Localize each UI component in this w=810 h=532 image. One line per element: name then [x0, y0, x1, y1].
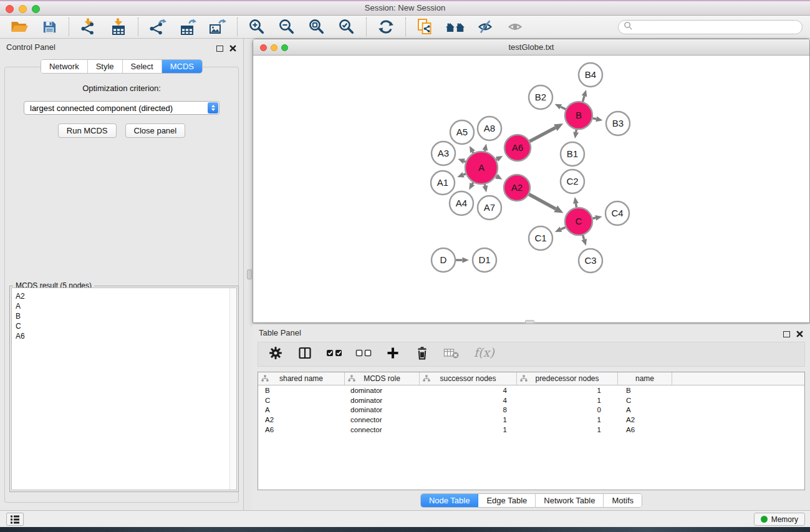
- table-cell[interactable]: A2: [618, 416, 672, 423]
- network-window-titlebar[interactable]: testGlobe.txt: [253, 39, 809, 56]
- task-history-button[interactable]: [6, 513, 24, 526]
- node-D1[interactable]: D1: [473, 248, 496, 272]
- network-zoom-button[interactable]: [281, 44, 288, 51]
- show-all-button[interactable]: [506, 17, 524, 36]
- table-tab-node-table[interactable]: Node Table: [421, 494, 479, 507]
- zoom-out-button[interactable]: [277, 17, 296, 36]
- node-B1[interactable]: B1: [561, 142, 584, 166]
- hide-all-columns-button[interactable]: [355, 346, 372, 362]
- mcds-result-item[interactable]: B: [12, 311, 236, 321]
- table-cell[interactable]: 1: [420, 426, 517, 433]
- table-row[interactable]: A2connector11A2: [258, 415, 804, 425]
- criterion-select[interactable]: largest connected component (directed): [24, 101, 219, 115]
- table-cell[interactable]: C: [258, 397, 345, 404]
- close-window-button[interactable]: [6, 5, 14, 13]
- edge-A-A8[interactable]: [482, 143, 488, 151]
- network-minimize-button[interactable]: [271, 44, 277, 51]
- new-network-from-selection-button[interactable]: [416, 17, 435, 36]
- node-C3[interactable]: C3: [579, 249, 602, 273]
- edge-A-A7[interactable]: [483, 184, 488, 192]
- node-C[interactable]: C: [565, 208, 592, 235]
- tab-style[interactable]: Style: [88, 60, 123, 73]
- apply-layout-button[interactable]: [377, 17, 395, 36]
- close-panel-icon[interactable]: [229, 43, 236, 54]
- tab-network[interactable]: Network: [41, 60, 88, 73]
- delete-columns-button[interactable]: [414, 346, 430, 362]
- show-all-columns-button[interactable]: [326, 346, 342, 362]
- column-header-successor-nodes[interactable]: successor nodes: [420, 372, 517, 385]
- node-C2[interactable]: C2: [561, 170, 584, 193]
- mcds-result-list[interactable]: A2ABCA6: [11, 288, 237, 490]
- column-header-name[interactable]: name: [618, 372, 672, 385]
- table-cell[interactable]: connector: [345, 426, 420, 433]
- import-table-button[interactable]: [109, 17, 128, 36]
- table-row[interactable]: Adominator80A: [258, 405, 804, 415]
- node-A1[interactable]: A1: [431, 171, 455, 195]
- edge-C-C4[interactable]: [593, 215, 602, 221]
- table-cell[interactable]: 1: [517, 397, 618, 404]
- table-cell[interactable]: dominator: [345, 397, 420, 404]
- zoom-selected-button[interactable]: [337, 17, 356, 36]
- close-panel-button[interactable]: Close panel: [125, 123, 186, 138]
- table-settings-button[interactable]: [268, 346, 284, 362]
- edge-A-A5[interactable]: [470, 146, 475, 153]
- panel-splitter-handle[interactable]: [247, 269, 252, 279]
- import-network-button[interactable]: [79, 17, 98, 36]
- first-neighbors-button[interactable]: [446, 17, 465, 36]
- zoom-window-button[interactable]: [32, 5, 40, 13]
- search-input[interactable]: [636, 22, 797, 32]
- table-cell[interactable]: 0: [517, 406, 618, 414]
- table-cell[interactable]: A: [258, 406, 345, 414]
- node-A8[interactable]: A8: [478, 117, 501, 140]
- table-tab-network-table[interactable]: Network Table: [536, 494, 604, 507]
- memory-button[interactable]: Memory: [754, 513, 805, 526]
- toggle-split-view-button[interactable]: [297, 346, 313, 362]
- edge-A-A4[interactable]: [469, 183, 475, 190]
- search-box[interactable]: [618, 20, 803, 34]
- edge-A-A3[interactable]: [458, 158, 465, 163]
- mcds-result-item[interactable]: A6: [12, 331, 236, 341]
- node-A[interactable]: A: [465, 152, 498, 184]
- table-row[interactable]: A6connector11A6: [258, 425, 804, 435]
- table-cell[interactable]: B: [258, 387, 345, 394]
- save-session-button[interactable]: [40, 17, 59, 36]
- node-A3[interactable]: A3: [432, 142, 455, 165]
- edge-D-D1[interactable]: [456, 258, 469, 263]
- float-panel-icon[interactable]: [216, 46, 223, 52]
- table-cell[interactable]: B: [618, 387, 672, 394]
- edge-C-C1[interactable]: [555, 227, 566, 232]
- float-table-panel-icon[interactable]: [783, 331, 790, 337]
- table-cell[interactable]: C: [618, 397, 672, 404]
- export-network-button[interactable]: [148, 17, 167, 36]
- table-cell[interactable]: 1: [517, 416, 618, 423]
- edge-A6-B[interactable]: [529, 123, 563, 142]
- close-table-panel-icon[interactable]: [796, 329, 803, 340]
- run-mcds-button[interactable]: Run MCDS: [58, 123, 117, 138]
- node-D[interactable]: D: [432, 248, 455, 272]
- table-cell[interactable]: dominator: [345, 406, 420, 414]
- table-cell[interactable]: A6: [618, 426, 672, 433]
- network-graph[interactable]: B4B2BB3A5A8A6B1A3AC2A1A2A4A7C4CC1C3DD1: [253, 56, 809, 322]
- edge-A-A1[interactable]: [457, 172, 466, 177]
- column-header-shared-name[interactable]: shared name: [258, 372, 345, 385]
- table-cell[interactable]: 1: [420, 416, 517, 423]
- edge-B-B1[interactable]: [573, 130, 579, 139]
- edge-C-C3[interactable]: [581, 235, 587, 246]
- table-cell[interactable]: A: [618, 406, 672, 414]
- mcds-result-item[interactable]: A: [12, 301, 236, 311]
- zoom-in-button[interactable]: [248, 17, 266, 36]
- open-session-button[interactable]: [10, 17, 29, 36]
- node-B[interactable]: B: [565, 102, 592, 129]
- table-row[interactable]: Cdominator41C: [258, 395, 804, 405]
- network-canvas[interactable]: B4B2BB3A5A8A6B1A3AC2A1A2A4A7C4CC1C3DD1: [253, 56, 809, 322]
- edge-B-B2[interactable]: [555, 104, 566, 110]
- tab-select[interactable]: Select: [123, 60, 162, 73]
- column-header-predecessor-nodes[interactable]: predecessor nodes: [517, 372, 618, 385]
- minimize-window-button[interactable]: [19, 5, 27, 13]
- mcds-result-item[interactable]: C: [12, 321, 236, 331]
- table-row[interactable]: Bdominator41B: [258, 385, 804, 395]
- table-tab-motifs[interactable]: Motifs: [604, 494, 642, 507]
- network-close-button[interactable]: [260, 44, 267, 51]
- node-C1[interactable]: C1: [529, 226, 552, 250]
- hide-selected-button[interactable]: [476, 17, 494, 36]
